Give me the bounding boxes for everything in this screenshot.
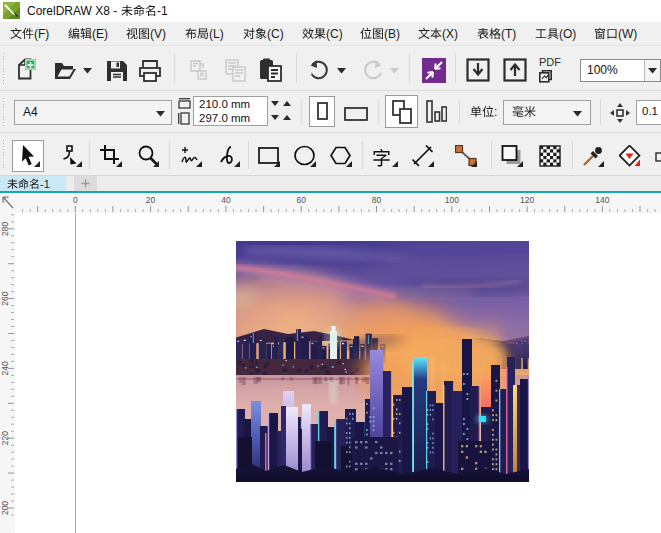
svg-text:60: 60 xyxy=(296,195,306,205)
svg-text:(E): (E) xyxy=(92,27,108,41)
svg-text:(C): (C) xyxy=(326,27,343,41)
svg-text:(L): (L) xyxy=(209,27,224,41)
svg-text:(T): (T) xyxy=(501,27,516,41)
svg-text:(F): (F) xyxy=(34,27,49,41)
svg-text:-1: -1 xyxy=(157,4,168,18)
svg-text:(B): (B) xyxy=(384,27,400,41)
svg-text:200: 200 xyxy=(0,501,10,515)
svg-text:0: 0 xyxy=(73,195,78,205)
svg-text:120: 120 xyxy=(520,195,534,205)
svg-text:20: 20 xyxy=(146,195,156,205)
svg-text:260: 260 xyxy=(0,291,10,305)
svg-text:140: 140 xyxy=(595,195,609,205)
svg-text:280: 280 xyxy=(0,221,10,235)
svg-text::: : xyxy=(494,105,497,119)
svg-text:-1: -1 xyxy=(40,178,50,190)
svg-text:(V): (V) xyxy=(150,27,166,41)
svg-text:(W): (W) xyxy=(618,27,637,41)
svg-text:(O): (O) xyxy=(559,27,576,41)
svg-text:240: 240 xyxy=(0,361,10,375)
svg-text:100: 100 xyxy=(445,195,459,205)
svg-text:PDF: PDF xyxy=(539,56,561,68)
svg-text:CorelDRAW X8 -: CorelDRAW X8 - xyxy=(27,4,117,18)
svg-text:(X): (X) xyxy=(442,27,458,41)
svg-text:(C): (C) xyxy=(267,27,284,41)
svg-text:80: 80 xyxy=(372,195,382,205)
svg-text:40: 40 xyxy=(221,195,231,205)
svg-text:220: 220 xyxy=(0,431,10,445)
